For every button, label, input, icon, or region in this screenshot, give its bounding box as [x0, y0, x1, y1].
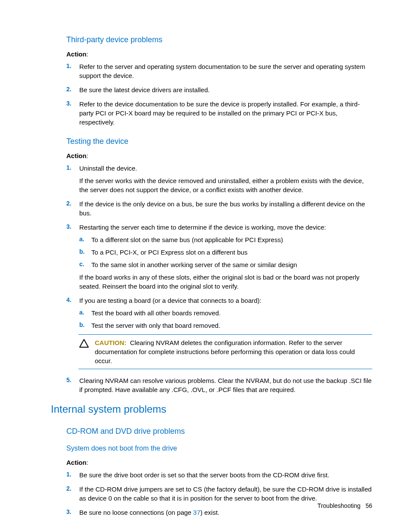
- list-marker: 1.: [66, 470, 72, 479]
- list-item: 2.Be sure the latest device drivers are …: [66, 85, 372, 94]
- list-marker: 3.: [66, 223, 72, 231]
- sublist-text: To a PCI, PCI-X, or PCI Express slot on …: [91, 249, 247, 256]
- list-testing: 1. Uninstall the device. If the server w…: [66, 164, 372, 394]
- list-after: If the board works in any of these slots…: [79, 273, 372, 291]
- list-marker: 4.: [66, 296, 72, 305]
- sublist-text: To the same slot in another working serv…: [91, 261, 297, 268]
- sublist-text: Test the server with only that board rem…: [91, 322, 220, 329]
- heading-system-no-boot: System does not boot from the drive: [66, 444, 372, 453]
- action-label-3: Action:: [66, 458, 372, 467]
- list-item: 3. Restarting the server each time to de…: [66, 223, 372, 291]
- footer-pagenum: 56: [365, 502, 372, 509]
- sublist-marker: a.: [79, 235, 84, 244]
- list-third-party: 1.Refer to the server and operating syst…: [66, 62, 372, 127]
- sublist-text: To a different slot on the same bus (not…: [91, 236, 283, 243]
- list-lead: If you are testing a board (or a device …: [79, 296, 372, 305]
- list-text: Be sure the drive boot order is set so t…: [79, 471, 329, 479]
- page-link-37[interactable]: 37: [193, 509, 200, 516]
- caution-label: CAUTION:: [95, 339, 126, 346]
- action-label-2: Action:: [66, 151, 372, 160]
- caution-icon: [79, 338, 95, 365]
- caution-body-text: Clearing NVRAM deletes the configuration…: [95, 339, 355, 364]
- list-marker: 2.: [66, 199, 72, 208]
- list-text: Be sure the latest device drivers are in…: [79, 86, 210, 93]
- sublist-marker: a.: [79, 308, 84, 317]
- list-body: If the server works with the device remo…: [79, 176, 372, 194]
- heading-third-party: Third-party device problems: [66, 34, 372, 45]
- list-item: 5.Clearing NVRAM can resolve various pro…: [66, 376, 372, 394]
- sublist-item: b.Test the server with only that board r…: [79, 321, 372, 330]
- list-item: 1.Refer to the server and operating syst…: [66, 62, 372, 80]
- list-item: 2.If the CD-ROM drive jumpers are set to…: [66, 485, 372, 503]
- list-item: 2.If the device is the only device on a …: [66, 199, 372, 218]
- list-lead: Uninstall the device.: [79, 164, 372, 173]
- sublist-marker: b.: [79, 321, 84, 330]
- heading-testing-device: Testing the device: [66, 136, 372, 147]
- list-item: 4. If you are testing a board (or a devi…: [66, 296, 372, 369]
- list-lead: Restarting the server each time to deter…: [79, 223, 372, 232]
- list-marker: 2.: [66, 485, 72, 493]
- caution-text: CAUTION: Clearing NVRAM deletes the conf…: [95, 338, 371, 365]
- sublist-marker: b.: [79, 248, 84, 256]
- list-marker: 3.: [66, 100, 72, 108]
- list-marker: 1.: [66, 164, 72, 172]
- sublist-text: Test the board with all other boards rem…: [91, 309, 221, 317]
- list-text-pre: Be sure no loose connections (on page: [79, 509, 193, 516]
- list-item: 3.Refer to the device documentation to b…: [66, 100, 372, 127]
- list-marker: 5.: [66, 376, 72, 385]
- sublist-item: c.To the same slot in another working se…: [79, 260, 372, 269]
- sublist-marker: c.: [79, 260, 84, 269]
- list-text: If the device is the only device on a bu…: [79, 200, 365, 217]
- heading-cdrom-dvd: CD-ROM and DVD drive problems: [66, 426, 372, 437]
- list-item: 1.Be sure the drive boot order is set so…: [66, 470, 372, 479]
- list-marker: 3.: [66, 508, 72, 516]
- list-marker: 1.: [66, 62, 72, 71]
- sublist-item: b.To a PCI, PCI-X, or PCI Express slot o…: [79, 248, 372, 257]
- list-marker: 2.: [66, 85, 72, 94]
- list-text: If the CD-ROM drive jumpers are set to C…: [79, 485, 372, 502]
- list-text-post: ) exist.: [200, 509, 219, 516]
- heading-internal-system: Internal system problems: [51, 402, 372, 417]
- caution-box: CAUTION: Clearing NVRAM deletes the conf…: [78, 334, 372, 369]
- list-text: Clearing NVRAM can resolve various probl…: [79, 377, 372, 393]
- list-text: Refer to the device documentation to be …: [79, 100, 360, 126]
- document-page: Third-party device problems Action: 1.Re…: [0, 0, 411, 532]
- action-label-1: Action:: [66, 50, 372, 59]
- footer-section: Troubleshooting: [318, 502, 361, 509]
- list-text: Refer to the server and operating system…: [79, 63, 365, 79]
- sublist-item: a.Test the board with all other boards r…: [79, 308, 372, 317]
- sublist-4: a.Test the board with all other boards r…: [79, 308, 372, 330]
- list-item: 1. Uninstall the device. If the server w…: [66, 164, 372, 194]
- sublist-item: a.To a different slot on the same bus (n…: [79, 235, 372, 244]
- sublist-3: a.To a different slot on the same bus (n…: [79, 235, 372, 269]
- page-footer: Troubleshooting 56: [318, 502, 372, 510]
